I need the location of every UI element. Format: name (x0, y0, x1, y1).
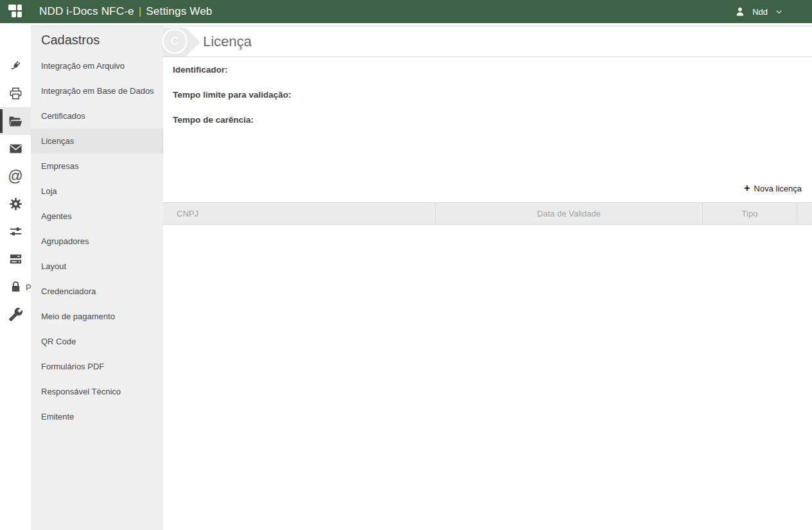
sliders-icon (8, 224, 23, 239)
rail-item-stack[interactable] (0, 245, 31, 273)
rail-item-sliders[interactable] (0, 218, 31, 245)
sidebar-title: Cadastros (31, 26, 163, 53)
lock-icon (8, 279, 23, 294)
license-badge-icon: C (162, 28, 188, 54)
app-title-product: NDD i-Docs NFC-e (39, 5, 134, 17)
clipped-label-fragment: P (26, 282, 31, 292)
user-name: Ndd (752, 7, 768, 17)
app-title-module: Settings Web (146, 5, 212, 17)
column-header-tipo[interactable]: Tipo (702, 203, 797, 224)
sidebar-item-responsavel-tecnico[interactable]: Responsável Técnico (31, 379, 163, 404)
sidebar-item-empresas[interactable]: Empresas (31, 154, 163, 179)
icon-rail: @ (0, 26, 31, 530)
sidebar-item-agentes[interactable]: Agentes (31, 204, 163, 229)
sidebar-item-licencas[interactable]: Licenças (31, 128, 163, 154)
rail-item-gear[interactable] (0, 190, 31, 218)
user-icon (734, 6, 746, 17)
sidebar-item-certificados[interactable]: Certificados (31, 103, 163, 128)
field-tempo-limite: Tempo limite para validação: (173, 82, 812, 107)
sidebar-item-loja[interactable]: Loja (31, 179, 163, 204)
field-identificador: Identificador: (173, 57, 812, 82)
column-header-cnpj[interactable]: CNPJ (163, 203, 435, 224)
field-label: Tempo de carência: (173, 115, 254, 125)
sidebar-menu: Integração em ArquivoIntegração em Base … (31, 53, 163, 429)
folder-open-icon (8, 114, 23, 129)
sidebar-item-layout[interactable]: Layout (31, 254, 163, 279)
rail-item-plug[interactable] (0, 52, 31, 80)
table-toolbar: + Nova licença (163, 182, 812, 195)
rail-item-wrench[interactable] (0, 301, 31, 328)
rail-item-folder-open[interactable] (0, 107, 31, 135)
plug-icon (8, 58, 23, 73)
new-license-label: Nova licença (754, 184, 802, 193)
sidebar-item-emitente[interactable]: Emitente (31, 404, 163, 429)
chevron-down-icon (774, 7, 784, 17)
workspace: @ (0, 26, 812, 530)
page-title: Licença (203, 26, 812, 57)
column-header-data-validade[interactable]: Data de Validade (435, 203, 702, 224)
user-menu[interactable]: Ndd (734, 6, 784, 17)
app-title: NDD i-Docs NFC-e|Settings Web (39, 5, 213, 18)
wrench-icon (8, 307, 23, 322)
sidebar-item-formularios-pdf[interactable]: Formulários PDF (31, 354, 163, 379)
rail-item-lock[interactable]: P (0, 273, 31, 301)
printer-icon (8, 86, 23, 101)
field-label: Identificador: (173, 65, 228, 75)
app-title-separator: | (139, 5, 142, 17)
main-content: C Licença Identificador: Tempo limite pa… (163, 26, 812, 530)
rail-item-printer[interactable] (0, 80, 31, 107)
top-bar: NDD i-Docs NFC-e|Settings Web Ndd (0, 0, 812, 23)
gear-icon (8, 197, 23, 211)
envelope-icon (8, 141, 23, 156)
sidebar-item-integracao-em-base-de-dados[interactable]: Integração em Base de Dados (31, 78, 163, 103)
plus-icon: + (744, 183, 750, 193)
license-fields: Identificador: Tempo limite para validaç… (163, 57, 812, 132)
new-license-button[interactable]: + Nova licença (744, 183, 802, 193)
field-tempo-carencia: Tempo de carência: (173, 107, 812, 132)
sidebar-item-credenciadora[interactable]: Credenciadora (31, 279, 163, 304)
sidebar-item-integracao-em-arquivo[interactable]: Integração em Arquivo (31, 53, 163, 78)
at-sign-icon: @ (8, 169, 22, 184)
sidebar-item-qr-code[interactable]: QR Code (31, 329, 163, 354)
rail-item-envelope[interactable] (0, 135, 31, 163)
sidebar-item-meio-de-pagamento[interactable]: Meio de pagamento (31, 304, 163, 329)
column-header-actions (797, 203, 812, 224)
page-header: C Licença (163, 26, 812, 57)
field-label: Tempo limite para validação: (173, 90, 291, 100)
sidebar: Cadastros Integração em ArquivoIntegraçã… (31, 26, 163, 530)
stack-icon (8, 252, 23, 267)
ndd-logo-icon (8, 4, 22, 19)
sidebar-item-agrupadores[interactable]: Agrupadores (31, 229, 163, 254)
rail-item-at-sign[interactable]: @ (0, 163, 31, 190)
license-table-header: CNPJ Data de Validade Tipo (163, 202, 812, 225)
